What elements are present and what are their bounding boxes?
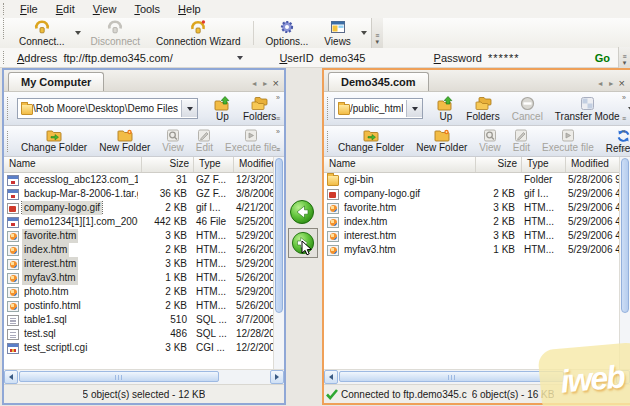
file-row[interactable]: myfav3.htm1 KBHTM...5/26/2005 8 (4, 271, 284, 285)
views-dropdown-arrow-icon[interactable] (361, 31, 367, 35)
toolbar-drag-handle (327, 131, 328, 152)
column-header-type[interactable]: Type (194, 157, 234, 172)
file-name-text: postinfo.html (22, 299, 83, 313)
path-dropdown-button[interactable] (406, 100, 422, 117)
file-size-cell: 2 KB (476, 215, 522, 229)
file-row[interactable]: demo1234[1][1].com_2006...442 KB46 File5… (4, 215, 284, 229)
view-button[interactable]: View (156, 129, 190, 153)
folders-button[interactable]: Folders (460, 96, 505, 122)
file-row[interactable]: favorite.htm3 KBHTM...5/29/2006 4:13 P (324, 201, 630, 215)
remote-path-combobox[interactable]: /public_html (334, 98, 423, 119)
local-path-combobox[interactable]: ettings\Rob Moore\Desktop\Demo Files (17, 98, 198, 119)
file-row[interactable]: test_scriptl.cgi3 KBCGI ...12/2/2005 5 (4, 341, 284, 355)
file-row[interactable]: company-logo.gif2 KBgif I...4/21/2006 (4, 201, 284, 215)
menu-view[interactable]: View (84, 2, 126, 16)
up-button[interactable]: Up (208, 96, 237, 122)
disconnect-button[interactable]: Disconnect (83, 18, 148, 48)
file-row[interactable]: backup-Mar-8-2006-1.tar.gz36 KBGZ F...3/… (4, 187, 284, 201)
new-folder-icon (117, 129, 133, 142)
change-folder-button[interactable]: Change Folder (332, 129, 410, 153)
file-row[interactable]: index.htm2 KBHTM...5/26/2005 8 (4, 243, 284, 257)
file-row[interactable]: company-logo.gif2 KBgif I...5/29/2006 4:… (324, 187, 630, 201)
horizontal-scrollbar[interactable] (324, 369, 630, 384)
gz-file-icon (7, 217, 19, 228)
addressbar-overflow-button[interactable]: ≡▾ (618, 47, 630, 69)
views-label: Views (324, 36, 351, 47)
file-name-cell: interest.htm (4, 257, 142, 271)
tab-scroll-right-icon[interactable]: ► (608, 80, 615, 87)
file-name-cell: company-logo.gif (4, 201, 142, 215)
change-folder-button[interactable]: Change Folder (15, 129, 93, 153)
connect-label: Connect... (19, 36, 65, 47)
toolbar-overflow-button[interactable]: »≡ (619, 128, 629, 154)
tab-scroll-right-icon[interactable]: ► (262, 80, 269, 87)
file-row[interactable]: accesslog_abc123.com_1...31GZ F...12/3/2… (4, 173, 284, 187)
local-tab-bar: My Computer ◄ ► × (4, 70, 284, 92)
connection-wizard-button[interactable]: Connection Wizard (148, 18, 248, 48)
file-name-text: favorite.htm (342, 201, 398, 215)
options-button[interactable]: Options... (258, 18, 317, 48)
toolbar-overflow-button[interactable]: ≡▾ (371, 18, 383, 48)
address-dropdown-arrow-icon[interactable] (237, 56, 243, 60)
column-header-size[interactable]: Size (476, 157, 522, 172)
userid-input[interactable]: demo345 (320, 52, 428, 64)
new-folder-button[interactable]: New Folder (410, 129, 473, 153)
connect-button[interactable]: Connect... (11, 18, 73, 48)
horizontal-scrollbar[interactable] (4, 369, 284, 384)
menu-file[interactable]: File (11, 2, 47, 16)
file-name-text: photo.htm (22, 285, 70, 299)
tab-scroll-left-icon[interactable]: ◄ (597, 80, 604, 87)
upload-to-server-button[interactable] (288, 228, 318, 258)
edit-button[interactable]: Edit (507, 129, 536, 153)
vertical-scrollbar[interactable] (619, 157, 630, 369)
download-to-local-button[interactable] (289, 199, 315, 225)
column-header-type[interactable]: Type (522, 157, 566, 172)
menu-tools[interactable]: Tools (125, 2, 169, 16)
file-row[interactable]: interest.htm3 KBHTM...5/29/2006 (4, 257, 284, 271)
menu-help[interactable]: Help (169, 2, 210, 16)
column-header-name[interactable]: Name (324, 157, 476, 172)
view-button[interactable]: View (473, 129, 507, 153)
column-header-name[interactable]: Name (4, 157, 142, 172)
scrollbar-thumb[interactable] (19, 371, 219, 382)
close-pane-icon[interactable]: × (619, 79, 625, 87)
file-row[interactable]: favorite.htm3 KBHTM...5/29/2006 (4, 229, 284, 243)
file-row[interactable]: photo.htm2 KBHTM...5/29/2006 (4, 285, 284, 299)
tab-scroll-left-icon[interactable]: ◄ (251, 80, 258, 87)
edit-button[interactable]: Edit (190, 129, 219, 153)
up-button[interactable]: Up (431, 96, 460, 122)
cancel-button[interactable]: Cancel (506, 96, 549, 122)
close-pane-icon[interactable]: × (273, 79, 279, 87)
file-row[interactable]: interest.htm3 KBHTM...5/29/2006 4:13 P (324, 229, 630, 243)
file-row[interactable]: table1.sql510SQL ...3/7/2006 7: (4, 313, 284, 327)
file-row[interactable]: postinfo.html2 KBHTM...5/26/2005 8 (4, 299, 284, 313)
transfer-mode-button[interactable]: Transfer Mode (549, 96, 626, 122)
execute-file-label: Execute file (542, 142, 594, 153)
local-status-bar: 5 object(s) selected - 12 KB (4, 384, 284, 403)
tab-demo345[interactable]: Demo345.com (328, 72, 429, 91)
menu-edit[interactable]: Edit (47, 2, 84, 16)
scroll-left-arrow-icon[interactable] (4, 370, 18, 384)
address-input[interactable]: ftp://ftp.demo345.com/ (63, 52, 233, 64)
file-row[interactable]: test.sql486SQL ...12/28/2005 (4, 327, 284, 341)
img-file-icon (327, 189, 339, 200)
scrollbar-thumb[interactable] (339, 371, 564, 382)
path-dropdown-button[interactable] (181, 100, 197, 117)
file-row[interactable]: cgi-binFolder5/28/2006 9:22 P (324, 173, 630, 187)
column-header-size[interactable]: Size (142, 157, 194, 172)
scroll-left-arrow-icon[interactable] (324, 370, 338, 384)
scroll-right-arrow-icon[interactable] (616, 370, 630, 384)
toolbar-overflow-button[interactable]: »≡ (619, 94, 629, 123)
tab-my-computer[interactable]: My Computer (8, 72, 104, 91)
remote-path-toolbar: /public_html Up Folders (324, 92, 630, 126)
password-input[interactable]: ****** (488, 52, 546, 64)
file-row[interactable]: myfav3.htm1 KBHTM...5/29/2006 4:13 P (324, 243, 630, 257)
new-folder-label: New Folder (416, 142, 467, 153)
file-row[interactable]: index.htm2 KBHTM...5/29/2006 4:13 P (324, 215, 630, 229)
execute-file-button[interactable]: Execute file (536, 129, 600, 153)
views-button[interactable]: Views (316, 18, 359, 48)
cancel-icon (520, 96, 535, 111)
go-button[interactable]: Go (595, 52, 610, 64)
connect-dropdown-arrow-icon[interactable] (75, 31, 81, 35)
new-folder-button[interactable]: New Folder (93, 129, 156, 153)
